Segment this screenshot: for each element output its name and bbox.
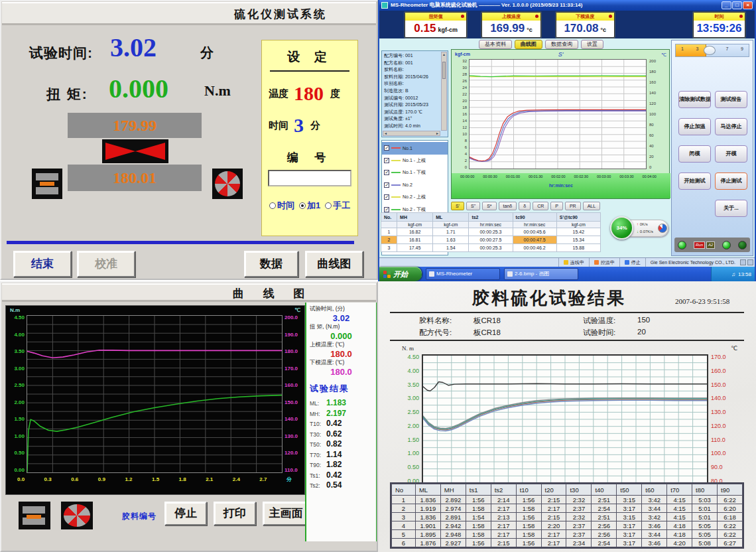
table-cell: 1.71 <box>433 228 469 236</box>
column-header: No. <box>381 213 397 222</box>
mode-radio-手工[interactable]: 手工 <box>325 200 350 212</box>
readout-number: 169.99 <box>490 22 525 35</box>
recipe-info-line: 测试时间: 4.0 min <box>384 123 440 130</box>
vertical-scrollbar[interactable]: ▲ <box>441 52 447 131</box>
filter-CR[interactable]: CR <box>533 202 548 210</box>
readout-label: 扭矩值 <box>405 13 466 21</box>
control-button-马达停止[interactable]: 马达停止 <box>715 118 747 135</box>
checkbox-icon[interactable]: ✓ <box>384 194 389 200</box>
control-button-清除测试数据[interactable]: 清除测试数据 <box>678 91 711 108</box>
table-cell: 1:56 <box>516 513 541 521</box>
slider-thumb[interactable] <box>704 46 716 55</box>
mode-radio-时间[interactable]: 时间 <box>269 200 294 212</box>
y-tick-label: 18 <box>462 105 467 109</box>
control-button-停止加温[interactable]: 停止加温 <box>678 118 711 135</box>
main-screen-button[interactable]: 主画面 <box>263 502 309 525</box>
filter-S"[interactable]: S" <box>466 202 480 210</box>
control-button-关于...[interactable]: 关于... <box>715 200 747 217</box>
status-text: Gie Sen Electronic Technology CO., LTD. <box>651 260 735 265</box>
table-cell: 16.81 <box>397 236 433 244</box>
print-button[interactable]: 打印 <box>214 502 256 525</box>
control-button-闭模[interactable]: 闭模 <box>678 145 711 163</box>
series-item-No.1 - 上模[interactable]: ✓No.1 - 上模 <box>382 155 448 167</box>
slider-tick: 3 <box>696 46 699 56</box>
checkbox-icon[interactable]: ✓ <box>384 170 389 175</box>
filter-tanδ[interactable]: tanδ <box>499 202 517 210</box>
column-header: ML <box>433 213 469 222</box>
table-cell: 5 <box>392 530 416 539</box>
mold-bottom-plate <box>36 187 58 194</box>
checkbox-icon[interactable]: ✓ <box>384 158 389 163</box>
report-field-value: 板CR18 <box>473 316 583 326</box>
tab-基本资料[interactable]: 基本资料 <box>479 40 512 49</box>
data-button[interactable]: 数据 <box>244 251 298 277</box>
control-button-测试报告[interactable]: 测试报告 <box>715 91 747 108</box>
filter-δ[interactable]: δ <box>519 202 531 210</box>
x-tick-label: 00:00:00 <box>460 175 474 179</box>
table-cell: 3:44 <box>642 504 667 513</box>
range-slider[interactable]: 13579 <box>675 44 749 57</box>
filter-S*[interactable]: S* <box>482 202 496 210</box>
start-button[interactable]: 开始 <box>379 267 422 281</box>
material-id-label: 胶料编号 <box>122 511 157 522</box>
table-cell: 3:17 <box>617 530 642 539</box>
table-cell: 2:51 <box>592 496 617 504</box>
table-body: 11.8362.8921:562:141:562:152:322:513:153… <box>392 496 743 547</box>
taskbar-task-MS-Rheometer[interactable]: MS-Rheometer <box>426 268 500 280</box>
series-item-No.1[interactable]: ✓No.1 <box>382 142 448 155</box>
tab-设置[interactable]: 设置 <box>581 40 603 49</box>
close-button[interactable]: × <box>743 1 753 9</box>
curve-button[interactable]: 曲线图 <box>305 251 363 277</box>
maximize-button[interactable]: □ <box>732 1 742 9</box>
readout-led-dot <box>739 15 743 18</box>
stop-button[interactable]: 停止 <box>164 502 207 525</box>
readout-0: 扭矩值0.15kgf-cm <box>405 12 467 38</box>
mode-radio-加1[interactable]: 加1 <box>299 200 320 212</box>
task-label: 2-6.bmp - 画图 <box>515 269 549 279</box>
control-button-停止测试[interactable]: 停止测试 <box>715 172 747 190</box>
live-values-list: 试验时间, (分)3.02扭 矩, (N.m)0.000上模温度: (℃)180… <box>310 305 373 377</box>
series-label: No.2 <box>403 182 412 187</box>
table-cell: 1.54 <box>433 244 469 252</box>
y-tick-label: 3.50 <box>14 349 25 354</box>
series-item-No.1 - 下模[interactable]: ✓No.1 - 下模 <box>382 167 448 179</box>
calibrate-button[interactable]: 校准 <box>77 251 135 277</box>
minimize-button[interactable]: _ <box>722 1 731 9</box>
table-cell: 17.45 <box>397 244 433 252</box>
checkbox-icon[interactable]: ✓ <box>384 207 389 212</box>
result-value: 0.54 <box>326 480 342 490</box>
batch-id-input[interactable] <box>268 170 351 186</box>
volume-icon[interactable]: ♫ <box>731 271 735 277</box>
series-item-No.2 - 上模[interactable]: ✓No.2 - 上模 <box>382 191 448 204</box>
checkbox-icon[interactable]: ✓ <box>384 145 389 151</box>
table-cell: 1.901 <box>415 521 440 530</box>
filter-PR[interactable]: PR <box>565 202 581 210</box>
series-item-No.2[interactable]: ✓No.2 <box>382 179 448 192</box>
horizontal-scrollbar[interactable]: ◄► <box>383 131 440 136</box>
readout-2: 下模温度170.08°c <box>556 12 615 38</box>
column-header: ts1 <box>466 484 491 496</box>
status-mini-icon-2[interactable] <box>747 259 753 265</box>
table-cell: 2.891 <box>440 513 466 521</box>
recipe-info-box: 配方编号: 001配方名称: 001胶料名称:胶料日期: 2015/04/26班… <box>381 50 448 137</box>
status-icon <box>564 260 568 265</box>
y-tick-label: 130.0 <box>711 409 726 415</box>
filter-S'[interactable]: S' <box>451 202 464 210</box>
filter-P[interactable]: P <box>550 202 563 210</box>
control-button-开模[interactable]: 开模 <box>715 145 747 163</box>
control-button-开始测试[interactable]: 开始测试 <box>678 172 711 190</box>
status-mini-icon-1[interactable] <box>740 259 746 265</box>
status-icon <box>594 260 599 265</box>
tab-数据查询[interactable]: 数据查询 <box>545 40 578 49</box>
tab-曲线图[interactable]: 曲线图 <box>515 40 542 49</box>
checkbox-icon[interactable]: ✓ <box>384 182 389 188</box>
window-titlebar[interactable]: MS-Rheometer 电脑系统硫化试验机 ―――― Ver. 1.0.0.0… <box>379 0 755 11</box>
mold-sample-core <box>40 182 54 186</box>
table-cell: 3:17 <box>617 521 642 530</box>
result-MH:: MH:2.197 <box>310 409 373 418</box>
filter-ALL[interactable]: ALL <box>583 202 600 210</box>
y-tick-label: 20 <box>649 155 654 159</box>
end-button[interactable]: 结束 <box>13 251 72 277</box>
taskbar-task-2-6.bmp - 画图[interactable]: 2-6.bmp - 画图 <box>504 268 578 280</box>
y-tick-label: 140.0 <box>284 417 298 422</box>
